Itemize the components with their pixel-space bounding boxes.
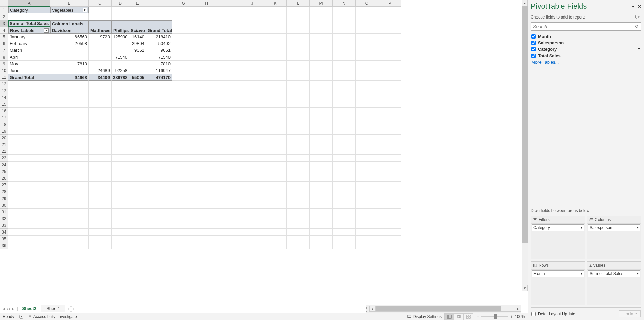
cell[interactable] bbox=[287, 7, 310, 13]
cell[interactable] bbox=[146, 94, 172, 101]
cell[interactable] bbox=[172, 195, 195, 202]
field-search[interactable] bbox=[531, 22, 641, 31]
cell[interactable] bbox=[241, 13, 264, 20]
cell[interactable] bbox=[310, 40, 333, 47]
cell[interactable] bbox=[264, 67, 287, 74]
cell[interactable] bbox=[287, 229, 310, 236]
cell[interactable] bbox=[333, 175, 356, 182]
cell[interactable] bbox=[89, 128, 112, 135]
cell[interactable] bbox=[146, 114, 172, 121]
cell[interactable] bbox=[310, 229, 333, 236]
cell[interactable] bbox=[89, 47, 112, 54]
cell[interactable] bbox=[172, 74, 195, 81]
cell[interactable] bbox=[356, 101, 378, 108]
area-item-month[interactable]: Month▾ bbox=[532, 270, 584, 277]
cell[interactable] bbox=[172, 34, 195, 40]
cell[interactable] bbox=[50, 67, 89, 74]
field-salesperson[interactable]: Salesperson bbox=[531, 40, 641, 46]
cell[interactable]: February bbox=[8, 40, 50, 47]
cell[interactable]: Column Labels bbox=[50, 20, 89, 27]
cell[interactable] bbox=[195, 195, 218, 202]
cell[interactable] bbox=[8, 101, 50, 108]
cell[interactable] bbox=[218, 229, 241, 236]
row-header-32[interactable]: 32 bbox=[0, 215, 8, 222]
cell[interactable] bbox=[333, 61, 356, 67]
cell[interactable]: 7810 bbox=[50, 61, 89, 67]
cell[interactable] bbox=[112, 61, 129, 67]
cell[interactable] bbox=[287, 175, 310, 182]
cell[interactable] bbox=[287, 155, 310, 162]
cell[interactable] bbox=[241, 242, 264, 249]
cell[interactable] bbox=[89, 168, 112, 175]
cell[interactable] bbox=[129, 94, 146, 101]
columns-area[interactable]: Columns Salesperson▾ bbox=[587, 216, 641, 259]
cell[interactable] bbox=[146, 175, 172, 182]
cell[interactable]: 94968 bbox=[50, 74, 89, 81]
cell[interactable]: Grand Total bbox=[146, 27, 172, 34]
cell[interactable] bbox=[50, 195, 89, 202]
cell[interactable] bbox=[356, 148, 378, 155]
cell[interactable] bbox=[146, 229, 172, 236]
cell[interactable] bbox=[129, 108, 146, 114]
cell[interactable] bbox=[378, 135, 401, 141]
cell[interactable] bbox=[218, 168, 241, 175]
row-header-5[interactable]: 5 bbox=[0, 34, 8, 40]
cell[interactable] bbox=[310, 155, 333, 162]
cell[interactable] bbox=[264, 108, 287, 114]
cell[interactable] bbox=[310, 128, 333, 135]
cell[interactable] bbox=[50, 47, 89, 54]
cell[interactable] bbox=[287, 215, 310, 222]
search-icon[interactable] bbox=[633, 23, 641, 30]
cell[interactable] bbox=[264, 121, 287, 128]
cell[interactable] bbox=[195, 108, 218, 114]
row-header-17[interactable]: 17 bbox=[0, 114, 8, 121]
cell[interactable] bbox=[264, 74, 287, 81]
cell[interactable] bbox=[195, 209, 218, 215]
cell[interactable] bbox=[333, 182, 356, 188]
cell[interactable] bbox=[356, 121, 378, 128]
macro-record-icon[interactable] bbox=[19, 315, 23, 319]
cell[interactable]: 92258 bbox=[112, 67, 129, 74]
pane-settings-button[interactable]: ▾ bbox=[632, 14, 641, 20]
cell[interactable] bbox=[310, 87, 333, 94]
cell[interactable] bbox=[172, 168, 195, 175]
cell[interactable] bbox=[146, 20, 172, 27]
cell[interactable] bbox=[50, 202, 89, 209]
cell[interactable] bbox=[378, 236, 401, 242]
cell[interactable] bbox=[146, 141, 172, 148]
cell[interactable] bbox=[378, 74, 401, 81]
cell[interactable] bbox=[218, 40, 241, 47]
row-header-8[interactable]: 8 bbox=[0, 54, 8, 61]
cell[interactable] bbox=[287, 182, 310, 188]
cell[interactable] bbox=[264, 101, 287, 108]
cell[interactable]: 9061 bbox=[129, 47, 146, 54]
row-header-2[interactable]: 2 bbox=[0, 13, 8, 20]
field-checkbox[interactable] bbox=[531, 54, 536, 58]
cell[interactable] bbox=[264, 40, 287, 47]
cell[interactable] bbox=[287, 128, 310, 135]
column-header-D[interactable]: D bbox=[112, 0, 129, 7]
cell[interactable] bbox=[333, 101, 356, 108]
cell[interactable] bbox=[287, 74, 310, 81]
nav-next-icon[interactable]: › bbox=[9, 307, 10, 311]
cell[interactable] bbox=[264, 242, 287, 249]
cell[interactable] bbox=[241, 229, 264, 236]
update-button[interactable]: Update bbox=[619, 310, 641, 317]
cell[interactable] bbox=[241, 40, 264, 47]
cell[interactable] bbox=[195, 155, 218, 162]
cell[interactable] bbox=[218, 94, 241, 101]
cell[interactable] bbox=[8, 148, 50, 155]
view-page-break-button[interactable] bbox=[464, 314, 473, 320]
cell[interactable]: May bbox=[8, 61, 50, 67]
pane-minimize-button[interactable]: ▾ bbox=[632, 4, 634, 9]
cell[interactable] bbox=[50, 54, 89, 61]
cell[interactable] bbox=[112, 13, 129, 20]
cell[interactable] bbox=[378, 175, 401, 182]
zoom-level[interactable]: 100% bbox=[515, 314, 525, 319]
cell[interactable] bbox=[264, 54, 287, 61]
cell[interactable] bbox=[218, 182, 241, 188]
row-header-20[interactable]: 20 bbox=[0, 135, 8, 141]
cell[interactable] bbox=[129, 242, 146, 249]
cell[interactable] bbox=[50, 155, 89, 162]
cell[interactable] bbox=[264, 141, 287, 148]
